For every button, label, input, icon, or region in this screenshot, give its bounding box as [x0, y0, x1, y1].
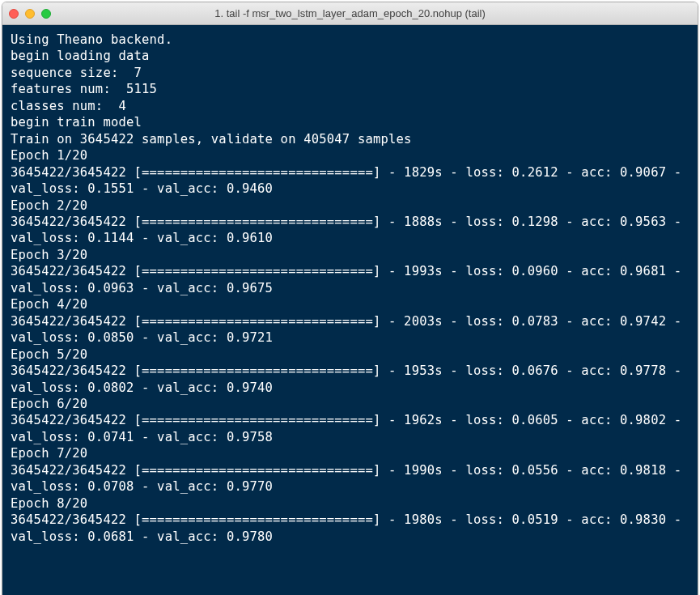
titlebar[interactable]: 1. tail -f msr_two_lstm_layer_adam_epoch… [2, 2, 698, 25]
terminal-output[interactable]: Using Theano backend. begin loading data… [2, 25, 698, 595]
window-title: 1. tail -f msr_two_lstm_layer_adam_epoch… [2, 7, 698, 19]
terminal-window: 1. tail -f msr_two_lstm_layer_adam_epoch… [2, 2, 698, 595]
maximize-icon[interactable] [41, 9, 51, 19]
close-icon[interactable] [9, 9, 19, 19]
traffic-lights [9, 9, 51, 19]
minimize-icon[interactable] [25, 9, 35, 19]
